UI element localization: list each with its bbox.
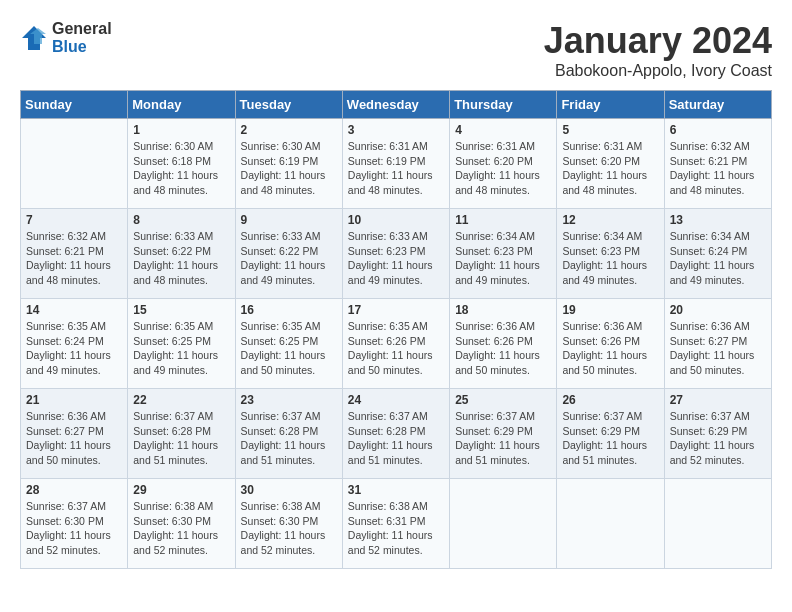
table-row: 1Sunrise: 6:30 AMSunset: 6:18 PMDaylight… <box>128 119 235 209</box>
day-number: 21 <box>26 393 122 407</box>
day-info: Sunrise: 6:31 AMSunset: 6:20 PMDaylight:… <box>455 139 551 198</box>
table-row: 9Sunrise: 6:33 AMSunset: 6:22 PMDaylight… <box>235 209 342 299</box>
day-number: 3 <box>348 123 444 137</box>
day-number: 6 <box>670 123 766 137</box>
subtitle: Babokoon-Appolo, Ivory Coast <box>544 62 772 80</box>
day-info: Sunrise: 6:31 AMSunset: 6:20 PMDaylight:… <box>562 139 658 198</box>
day-number: 17 <box>348 303 444 317</box>
table-row: 19Sunrise: 6:36 AMSunset: 6:26 PMDayligh… <box>557 299 664 389</box>
day-number: 8 <box>133 213 229 227</box>
day-number: 14 <box>26 303 122 317</box>
day-number: 20 <box>670 303 766 317</box>
day-number: 26 <box>562 393 658 407</box>
day-info: Sunrise: 6:36 AMSunset: 6:27 PMDaylight:… <box>26 409 122 468</box>
table-row <box>664 479 771 569</box>
table-row: 28Sunrise: 6:37 AMSunset: 6:30 PMDayligh… <box>21 479 128 569</box>
logo-icon <box>20 24 48 52</box>
day-info: Sunrise: 6:32 AMSunset: 6:21 PMDaylight:… <box>670 139 766 198</box>
table-row: 17Sunrise: 6:35 AMSunset: 6:26 PMDayligh… <box>342 299 449 389</box>
calendar-week-row: 1Sunrise: 6:30 AMSunset: 6:18 PMDaylight… <box>21 119 772 209</box>
table-row: 20Sunrise: 6:36 AMSunset: 6:27 PMDayligh… <box>664 299 771 389</box>
day-info: Sunrise: 6:36 AMSunset: 6:26 PMDaylight:… <box>562 319 658 378</box>
day-number: 5 <box>562 123 658 137</box>
table-row: 14Sunrise: 6:35 AMSunset: 6:24 PMDayligh… <box>21 299 128 389</box>
day-number: 23 <box>241 393 337 407</box>
table-row <box>450 479 557 569</box>
day-info: Sunrise: 6:33 AMSunset: 6:22 PMDaylight:… <box>241 229 337 288</box>
day-number: 19 <box>562 303 658 317</box>
day-info: Sunrise: 6:30 AMSunset: 6:19 PMDaylight:… <box>241 139 337 198</box>
day-info: Sunrise: 6:34 AMSunset: 6:23 PMDaylight:… <box>562 229 658 288</box>
header-friday: Friday <box>557 91 664 119</box>
day-number: 25 <box>455 393 551 407</box>
day-info: Sunrise: 6:37 AMSunset: 6:29 PMDaylight:… <box>670 409 766 468</box>
table-row: 3Sunrise: 6:31 AMSunset: 6:19 PMDaylight… <box>342 119 449 209</box>
header-wednesday: Wednesday <box>342 91 449 119</box>
logo-blue: Blue <box>52 38 112 56</box>
day-info: Sunrise: 6:35 AMSunset: 6:26 PMDaylight:… <box>348 319 444 378</box>
day-info: Sunrise: 6:35 AMSunset: 6:25 PMDaylight:… <box>133 319 229 378</box>
table-row: 4Sunrise: 6:31 AMSunset: 6:20 PMDaylight… <box>450 119 557 209</box>
table-row: 30Sunrise: 6:38 AMSunset: 6:30 PMDayligh… <box>235 479 342 569</box>
day-number: 22 <box>133 393 229 407</box>
day-info: Sunrise: 6:37 AMSunset: 6:30 PMDaylight:… <box>26 499 122 558</box>
day-number: 13 <box>670 213 766 227</box>
table-row <box>21 119 128 209</box>
table-row: 2Sunrise: 6:30 AMSunset: 6:19 PMDaylight… <box>235 119 342 209</box>
day-info: Sunrise: 6:36 AMSunset: 6:26 PMDaylight:… <box>455 319 551 378</box>
day-number: 4 <box>455 123 551 137</box>
day-info: Sunrise: 6:37 AMSunset: 6:28 PMDaylight:… <box>133 409 229 468</box>
header-thursday: Thursday <box>450 91 557 119</box>
day-number: 15 <box>133 303 229 317</box>
day-info: Sunrise: 6:32 AMSunset: 6:21 PMDaylight:… <box>26 229 122 288</box>
table-row: 22Sunrise: 6:37 AMSunset: 6:28 PMDayligh… <box>128 389 235 479</box>
day-number: 24 <box>348 393 444 407</box>
table-row: 6Sunrise: 6:32 AMSunset: 6:21 PMDaylight… <box>664 119 771 209</box>
title-area: January 2024 Babokoon-Appolo, Ivory Coas… <box>544 20 772 80</box>
main-title: January 2024 <box>544 20 772 62</box>
page-header: General Blue January 2024 Babokoon-Appol… <box>20 20 772 80</box>
table-row: 10Sunrise: 6:33 AMSunset: 6:23 PMDayligh… <box>342 209 449 299</box>
day-number: 30 <box>241 483 337 497</box>
table-row: 27Sunrise: 6:37 AMSunset: 6:29 PMDayligh… <box>664 389 771 479</box>
day-number: 27 <box>670 393 766 407</box>
day-number: 2 <box>241 123 337 137</box>
day-number: 16 <box>241 303 337 317</box>
day-info: Sunrise: 6:38 AMSunset: 6:31 PMDaylight:… <box>348 499 444 558</box>
header-sunday: Sunday <box>21 91 128 119</box>
day-info: Sunrise: 6:33 AMSunset: 6:22 PMDaylight:… <box>133 229 229 288</box>
day-info: Sunrise: 6:30 AMSunset: 6:18 PMDaylight:… <box>133 139 229 198</box>
header-saturday: Saturday <box>664 91 771 119</box>
table-row: 12Sunrise: 6:34 AMSunset: 6:23 PMDayligh… <box>557 209 664 299</box>
day-info: Sunrise: 6:31 AMSunset: 6:19 PMDaylight:… <box>348 139 444 198</box>
day-info: Sunrise: 6:33 AMSunset: 6:23 PMDaylight:… <box>348 229 444 288</box>
table-row: 15Sunrise: 6:35 AMSunset: 6:25 PMDayligh… <box>128 299 235 389</box>
calendar-week-row: 14Sunrise: 6:35 AMSunset: 6:24 PMDayligh… <box>21 299 772 389</box>
table-row <box>557 479 664 569</box>
table-row: 21Sunrise: 6:36 AMSunset: 6:27 PMDayligh… <box>21 389 128 479</box>
logo: General Blue <box>20 20 112 55</box>
day-number: 9 <box>241 213 337 227</box>
calendar-table: Sunday Monday Tuesday Wednesday Thursday… <box>20 90 772 569</box>
day-number: 7 <box>26 213 122 227</box>
day-number: 12 <box>562 213 658 227</box>
calendar-week-row: 7Sunrise: 6:32 AMSunset: 6:21 PMDaylight… <box>21 209 772 299</box>
table-row: 13Sunrise: 6:34 AMSunset: 6:24 PMDayligh… <box>664 209 771 299</box>
table-row: 8Sunrise: 6:33 AMSunset: 6:22 PMDaylight… <box>128 209 235 299</box>
logo-general: General <box>52 20 112 38</box>
day-number: 28 <box>26 483 122 497</box>
table-row: 25Sunrise: 6:37 AMSunset: 6:29 PMDayligh… <box>450 389 557 479</box>
day-number: 10 <box>348 213 444 227</box>
table-row: 26Sunrise: 6:37 AMSunset: 6:29 PMDayligh… <box>557 389 664 479</box>
day-info: Sunrise: 6:37 AMSunset: 6:28 PMDaylight:… <box>348 409 444 468</box>
calendar-week-row: 28Sunrise: 6:37 AMSunset: 6:30 PMDayligh… <box>21 479 772 569</box>
day-info: Sunrise: 6:37 AMSunset: 6:29 PMDaylight:… <box>562 409 658 468</box>
table-row: 11Sunrise: 6:34 AMSunset: 6:23 PMDayligh… <box>450 209 557 299</box>
day-info: Sunrise: 6:37 AMSunset: 6:28 PMDaylight:… <box>241 409 337 468</box>
header-tuesday: Tuesday <box>235 91 342 119</box>
day-number: 1 <box>133 123 229 137</box>
day-info: Sunrise: 6:36 AMSunset: 6:27 PMDaylight:… <box>670 319 766 378</box>
day-number: 31 <box>348 483 444 497</box>
day-info: Sunrise: 6:35 AMSunset: 6:24 PMDaylight:… <box>26 319 122 378</box>
day-info: Sunrise: 6:35 AMSunset: 6:25 PMDaylight:… <box>241 319 337 378</box>
